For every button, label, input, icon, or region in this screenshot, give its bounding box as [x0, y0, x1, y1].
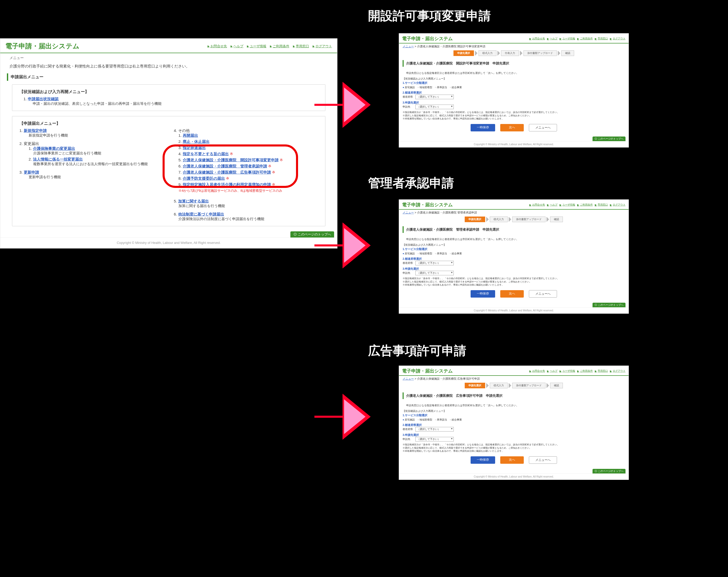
step-4[interactable]: 添付書類アップロード — [523, 50, 557, 56]
step-1[interactable]: 申請先選択 — [465, 383, 485, 388]
link-abolish[interactable]: 廃止・休止届出 — [183, 139, 210, 144]
radio-option-3[interactable]: 基準該当 — [435, 86, 447, 89]
util-link-help[interactable]: ▶ヘルプ — [231, 44, 243, 49]
radio-option-2[interactable]: 地域密着型 — [417, 86, 432, 89]
util-link-help[interactable]: ▶ヘルプ — [547, 369, 557, 373]
page-top-button[interactable]: ◎ このページのトップへ — [593, 136, 625, 141]
dest-select[interactable]: （選択して下さい） — [415, 437, 454, 442]
radio-option-4[interactable]: 総合事業 — [450, 252, 462, 255]
form-header: 電子申請・届出システム ▶お問合せ先 ▶ヘルプ ▶ユーザ情報 ▶ご利用条件 ▶専… — [399, 33, 629, 44]
util-link-user[interactable]: ▶ユーザ情報 — [560, 203, 575, 207]
menu-left-col: 1. 新規指定申請 新規指定申請を行う機能 2. 変更届出 1. 介護保険事業の… — [20, 128, 163, 221]
radio-option-3[interactable]: 基準該当 — [435, 418, 447, 422]
dest-select[interactable]: （選択して下さい） — [415, 271, 454, 276]
dest-select[interactable]: （選択して下さい） — [415, 105, 454, 109]
link-decline[interactable]: 指定辞退届出 — [183, 146, 206, 150]
util-link-contact[interactable]: ▶お問合せ先 — [208, 44, 227, 49]
next-button[interactable]: 次へ — [500, 124, 524, 131]
link-renewal[interactable]: 更新申請 — [24, 170, 39, 174]
step-2[interactable]: 様式入力 — [490, 383, 508, 388]
radio-option-2[interactable]: 地域密着型 — [417, 418, 432, 422]
panel-title-2: 管理者承認申請 — [368, 175, 454, 191]
radio-option-3[interactable]: 基準該当 — [435, 252, 447, 255]
util-link-terms[interactable]: ▶ご利用条件 — [270, 44, 289, 49]
next-button[interactable]: 次へ — [500, 456, 524, 464]
svc-label: 1.サービス分類選択 — [402, 247, 625, 251]
dest-label: 3.申請先選択 — [402, 267, 625, 271]
page-top-button[interactable]: ◎ このページのトップへ — [593, 303, 625, 307]
util-link-window[interactable]: ▶専用窓口 — [293, 44, 309, 49]
util-link-logout[interactable]: ▶ログアウト — [313, 44, 332, 49]
pref-select[interactable]: （選択して下さい） — [415, 95, 454, 99]
right-note: ※4から7及び9は居宅施設サービスのみ、8は地域密着型サービスのみ — [178, 188, 318, 193]
util-link-logout[interactable]: ▶ログアウト — [610, 37, 625, 41]
link-other-law[interactable]: 他法制度に基づく申請届出 — [178, 212, 224, 216]
radio-option-4[interactable]: 総合事業 — [450, 86, 462, 89]
step-3[interactable]: 添付書類アップロード — [512, 216, 545, 222]
link-change-notice[interactable]: 介護保険事業の変更届出 — [33, 146, 75, 151]
crumb-menu[interactable]: メニュー — [402, 211, 414, 214]
util-link-contact[interactable]: ▶お問合せ先 — [529, 203, 545, 207]
step-3[interactable]: 付表入力 — [501, 50, 519, 56]
save-temp-button[interactable]: 一時保存 — [471, 456, 495, 464]
step-1[interactable]: 申請先選択 — [453, 50, 474, 56]
save-temp-button[interactable]: 一時保存 — [471, 290, 495, 297]
link-open-permit-change[interactable]: 介護老人保健施設・介護医療院 開設許可事項変更申請 — [183, 158, 279, 162]
page-top-button[interactable]: ◎ このページのトップへ — [593, 469, 625, 473]
step-5[interactable]: 確認 — [561, 50, 574, 56]
util-link-contact[interactable]: ▶お問合せ先 — [529, 37, 545, 41]
util-link-window[interactable]: ▶専用窓口 — [595, 203, 608, 207]
util-link-help[interactable]: ▶ヘルプ — [547, 37, 557, 41]
util-link-window[interactable]: ▶専用窓口 — [595, 369, 608, 373]
step-4[interactable]: 確認 — [550, 383, 563, 388]
link-addition[interactable]: 加算に関する届出 — [178, 199, 209, 203]
util-link-user[interactable]: ▶ユーザ情報 — [560, 37, 575, 41]
pref-label: 2.都道府県選択 — [402, 257, 625, 261]
util-link-help[interactable]: ▶ヘルプ — [547, 203, 557, 207]
radio-option-4[interactable]: 総合事業 — [450, 418, 462, 422]
link-reopen[interactable]: 再開届出 — [183, 133, 198, 137]
link-bulk-change[interactable]: 法人情報に係る一括変更届出 — [33, 157, 83, 161]
menu-button[interactable]: メニューへ — [529, 456, 557, 464]
link-manager-approval[interactable]: 介護老人保健施設・介護医療院 管理者承認申請 — [183, 164, 267, 168]
radio-option-1[interactable]: 居宅施設 — [402, 86, 415, 89]
save-temp-button[interactable]: 一時保存 — [471, 124, 495, 131]
breadcrumb: メニュー > 介護老人保健施設・介護医療院 管理者承認申請 — [399, 210, 629, 215]
link-new-application[interactable]: 新規指定申請 — [24, 128, 47, 133]
util-link-terms[interactable]: ▶ご利用条件 — [577, 37, 593, 41]
util-link-logout[interactable]: ▶ログアウト — [610, 369, 625, 373]
radio-option-1[interactable]: 居宅施設 — [402, 252, 415, 255]
util-link-terms[interactable]: ▶ご利用条件 — [577, 369, 593, 373]
step-2[interactable]: 様式入力 — [490, 216, 508, 222]
form-heading: 介護老人保健施設・介護医療院 管理者承認申請 申請先選択 — [402, 226, 625, 233]
status-link[interactable]: 申請届出状況確認 — [28, 97, 58, 101]
link-prev-support[interactable]: 介護予防支援委託の届出 — [183, 176, 225, 181]
breadcrumb: メニュー > 介護老人保健施設・介護医療院 広告事項許可申請 — [399, 376, 629, 381]
crumb-menu[interactable]: メニュー — [402, 45, 414, 48]
pref-select[interactable]: （選択して下さい） — [415, 427, 454, 431]
status-desc: 申請・届出の状況確認、差戻しとなった申請・届出の再申請・届出等を行う機能 — [33, 102, 318, 106]
menu-button[interactable]: メニューへ — [529, 290, 557, 297]
step-4[interactable]: 確認 — [550, 216, 563, 222]
step-3[interactable]: 添付書類アップロード — [512, 383, 545, 388]
crumb-menu[interactable]: メニュー — [402, 377, 414, 380]
link-capacity-inc[interactable]: 指定特定施設入居者生活介護の利用定員増加の申請 — [183, 182, 271, 187]
link-notneeded[interactable]: 指定を不要とする旨の届出 — [183, 152, 229, 156]
util-link-user[interactable]: ▶ユーザ情報 — [247, 44, 266, 49]
util-link-contact[interactable]: ▶お問合せ先 — [529, 369, 545, 373]
util-link-logout[interactable]: ▶ログアウト — [610, 203, 625, 207]
form-intro: 申請先窓口となる指定権者区分と都道府県または市区町村を選択して「次へ」を押してく… — [402, 403, 625, 408]
pref-select[interactable]: （選択して下さい） — [415, 261, 454, 265]
radio-option-2[interactable]: 地域密着型 — [417, 252, 432, 255]
menu-button[interactable]: メニューへ — [529, 124, 557, 131]
main-intro: メニュー 介護分野の行政手続に関する簡素化・利便性向上に係る要望専用窓口は右上専… — [0, 53, 337, 71]
step-2[interactable]: 様式入力 — [478, 50, 496, 56]
util-link-user[interactable]: ▶ユーザ情報 — [560, 369, 575, 373]
next-button[interactable]: 次へ — [500, 290, 524, 297]
util-link-window[interactable]: ▶専用窓口 — [595, 37, 608, 41]
reopen-label: 【状況確認および入力再開メニュー】 — [402, 77, 625, 81]
util-link-terms[interactable]: ▶ご利用条件 — [577, 203, 593, 207]
link-ad-permit[interactable]: 介護老人保健施設・介護医療院 広告事項許可申請 — [183, 170, 271, 174]
step-1[interactable]: 申請先選択 — [465, 216, 485, 222]
radio-option-1[interactable]: 居宅施設 — [402, 418, 415, 422]
